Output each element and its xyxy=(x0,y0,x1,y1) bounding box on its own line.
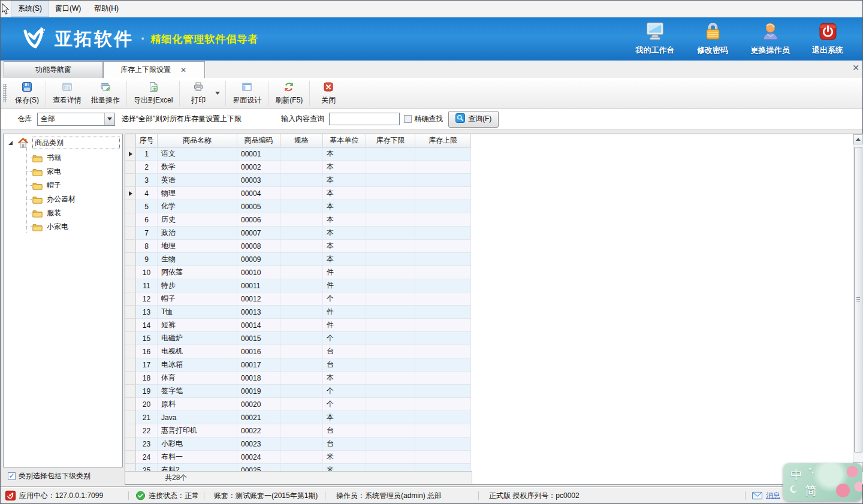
toolbar-grip[interactable] xyxy=(3,84,7,102)
grid-row[interactable]: 1语文00001本 xyxy=(125,147,472,161)
grid-cell[interactable]: 00019 xyxy=(237,385,280,398)
grid-cell[interactable]: 20 xyxy=(136,398,158,411)
grid-row[interactable]: 24布料一00024米 xyxy=(125,451,472,464)
grid-column-header[interactable]: 规格 xyxy=(280,134,323,147)
grid-cell[interactable] xyxy=(415,424,471,437)
grid-cell[interactable] xyxy=(280,240,323,253)
grid-cell[interactable] xyxy=(366,306,415,319)
grid-cell[interactable]: 件 xyxy=(323,266,366,279)
grid-cell[interactable]: 10 xyxy=(136,266,158,279)
grid-cell[interactable]: 政治 xyxy=(158,227,237,240)
grid-cell[interactable]: 个 xyxy=(323,398,366,411)
tree-item-4[interactable]: 办公器材 xyxy=(4,192,122,206)
grid-cell[interactable]: 00007 xyxy=(237,227,280,240)
row-selector-cell[interactable] xyxy=(125,398,136,411)
grid-cell[interactable]: 00011 xyxy=(237,279,280,292)
grid-cell[interactable]: 本 xyxy=(323,187,366,200)
grid-cell[interactable] xyxy=(280,358,323,372)
grid-cell[interactable] xyxy=(280,345,323,358)
grid-column-header[interactable]: 序号 xyxy=(136,134,158,147)
grid-cell[interactable] xyxy=(366,332,415,345)
grid-row[interactable]: 5化学00005本 xyxy=(125,200,472,213)
grid-cell[interactable]: 阿依莲 xyxy=(158,266,237,279)
toolbar-button-3[interactable]: 批量操作 xyxy=(86,80,125,107)
grid-row[interactable]: 7政治00007本 xyxy=(125,227,472,240)
menubar-item[interactable]: 窗口(W) xyxy=(49,1,87,16)
grid-cell[interactable]: 历史 xyxy=(158,213,237,227)
grid-cell[interactable] xyxy=(415,411,471,424)
grid-row[interactable]: 3英语00003本 xyxy=(125,174,472,187)
grid-cell[interactable] xyxy=(415,332,471,345)
grid-cell[interactable] xyxy=(280,451,323,464)
grid-cell[interactable]: 数学 xyxy=(158,161,237,174)
grid-cell[interactable] xyxy=(366,279,415,292)
grid-row[interactable]: 13T恤00013件 xyxy=(125,306,472,319)
grid-cell[interactable]: 件 xyxy=(323,306,366,319)
grid-cell[interactable] xyxy=(366,319,415,332)
grid-cell[interactable] xyxy=(280,424,323,437)
grid-cell[interactable] xyxy=(415,372,471,385)
toolbar-button-8[interactable]: 关闭 xyxy=(312,80,345,107)
grid-column-header[interactable]: 商品编码 xyxy=(237,134,280,147)
warehouse-combobox[interactable]: 全部 xyxy=(37,113,115,126)
tree-root-label[interactable]: 商品类别 xyxy=(32,137,120,149)
grid-cell[interactable]: 11 xyxy=(136,279,158,292)
grid-cell[interactable]: 原料 xyxy=(158,398,237,411)
grid-cell[interactable]: 24 xyxy=(136,451,158,464)
grid-cell[interactable] xyxy=(280,213,323,227)
grid-cell[interactable] xyxy=(415,213,471,227)
banner-action-3[interactable]: 更换操作员 xyxy=(744,22,796,56)
grid-row[interactable]: 18体育00018本 xyxy=(125,372,472,385)
grid-cell[interactable] xyxy=(366,451,415,464)
ime-simplified-indicator[interactable]: 简 xyxy=(805,482,817,499)
grid-cell[interactable]: 个 xyxy=(323,332,366,345)
grid-cell[interactable] xyxy=(366,424,415,437)
grid-cell[interactable] xyxy=(280,398,323,411)
grid-cell[interactable] xyxy=(366,292,415,306)
grid-cell[interactable]: 台 xyxy=(323,358,366,372)
grid-cell[interactable]: 物理 xyxy=(158,187,237,200)
fullwidth-moon-icon[interactable] xyxy=(790,485,798,495)
grid-cell[interactable] xyxy=(280,437,323,451)
grid-cell[interactable]: 个 xyxy=(323,292,366,306)
grid-cell[interactable] xyxy=(366,411,415,424)
grid-cell[interactable]: 5 xyxy=(136,200,158,213)
grid-cell[interactable]: 7 xyxy=(136,227,158,240)
toolbar-button-4[interactable]: 导出到Excel xyxy=(129,80,177,107)
grid-cell[interactable] xyxy=(366,266,415,279)
grid-cell[interactable] xyxy=(366,161,415,174)
grid-row[interactable]: 22惠普打印机00022台 xyxy=(125,424,472,437)
row-selector-cell[interactable] xyxy=(125,213,136,227)
grid-cell[interactable]: 00013 xyxy=(237,306,280,319)
tree-root-node[interactable]: 商品类别 xyxy=(5,137,121,149)
grid-cell[interactable]: 8 xyxy=(136,240,158,253)
grid-cell[interactable] xyxy=(280,292,323,306)
grid-cell[interactable]: 00010 xyxy=(237,266,280,279)
grid-cell[interactable] xyxy=(366,372,415,385)
grid-cell[interactable] xyxy=(280,161,323,174)
grid-cell[interactable]: 本 xyxy=(323,372,366,385)
grid-cell[interactable]: 本 xyxy=(323,174,366,187)
row-selector-cell[interactable] xyxy=(125,161,136,174)
grid-cell[interactable] xyxy=(415,279,471,292)
row-selector-cell[interactable] xyxy=(125,292,136,306)
grid-cell[interactable] xyxy=(366,358,415,372)
row-selector-cell[interactable] xyxy=(125,345,136,358)
grid-cell[interactable] xyxy=(280,187,323,200)
grid-cell[interactable] xyxy=(415,385,471,398)
grid-cell[interactable] xyxy=(415,227,471,240)
grid-cell[interactable]: 台 xyxy=(323,437,366,451)
grid-row[interactable]: 9生物00009本 xyxy=(125,253,472,266)
row-selector-cell[interactable] xyxy=(125,227,136,240)
tree-item-3[interactable]: 帽子 xyxy=(4,179,122,192)
tree-expander-icon[interactable] xyxy=(8,140,13,146)
grid-cell[interactable]: 本 xyxy=(323,227,366,240)
grid-cell[interactable]: 电视机 xyxy=(158,345,237,358)
grid-cell[interactable]: 00014 xyxy=(237,319,280,332)
statusbar-item-6[interactable]: 消息 xyxy=(752,490,780,500)
grid-cell[interactable]: 9 xyxy=(136,253,158,266)
grid-cell[interactable] xyxy=(415,306,471,319)
grid-cell[interactable] xyxy=(280,372,323,385)
tab-close-icon[interactable]: ✕ xyxy=(179,66,188,74)
grid-cell[interactable] xyxy=(366,253,415,266)
